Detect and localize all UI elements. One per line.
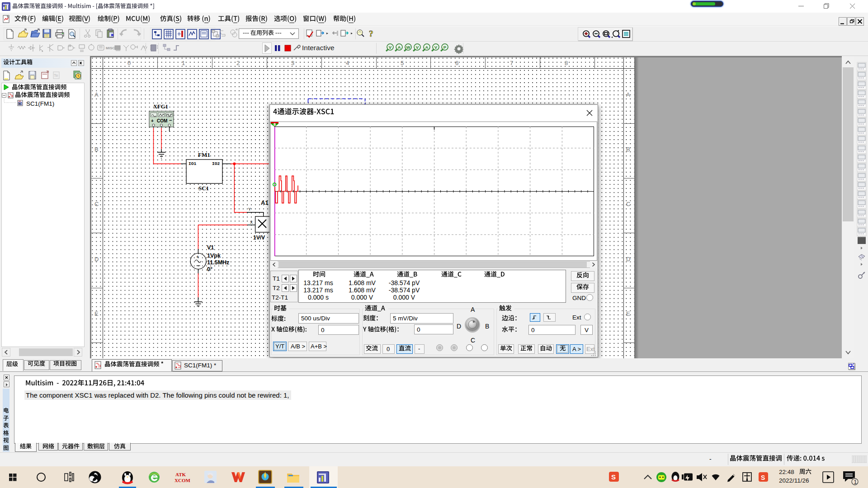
svg-text:1V/V: 1V/V [253, 235, 265, 241]
svg-text:COM: COM [157, 118, 167, 123]
svg-text:?: ? [369, 29, 373, 38]
svg-text:V: V [434, 45, 438, 50]
svg-text:S: S [611, 473, 616, 481]
svg-text:+: + [196, 254, 199, 259]
svg-text:W: W [406, 45, 410, 50]
svg-text:S: S [761, 474, 765, 481]
svg-text:A1: A1 [261, 199, 269, 206]
svg-text:1Vpk: 1Vpk [207, 253, 221, 259]
svg-text:0°: 0° [207, 266, 212, 272]
svg-text:ATK: ATK [175, 472, 186, 477]
svg-text:−: − [169, 117, 172, 123]
svg-text:SC1: SC1 [198, 185, 209, 192]
svg-text:Y: Y [248, 207, 251, 211]
svg-text:Te: Te [54, 73, 58, 78]
svg-text:XFG1: XFG1 [153, 103, 168, 110]
svg-text:P: P [443, 45, 447, 50]
svg-text:X: X [250, 220, 253, 225]
svg-text:11.5MHz: 11.5MHz [207, 259, 229, 266]
svg-text:MISC: MISC [106, 46, 115, 50]
svg-text:IO1: IO1 [189, 161, 196, 166]
svg-text:FM1: FM1 [198, 151, 210, 158]
svg-text:V: V [416, 45, 419, 50]
svg-text:1: 1 [274, 123, 276, 127]
svg-text:A: A [425, 45, 429, 50]
svg-text:XCOM: XCOM [175, 478, 190, 483]
svg-text:A: A [398, 45, 401, 50]
svg-text:+: + [151, 118, 154, 123]
svg-text:V: V [389, 45, 392, 50]
svg-text:V1: V1 [207, 244, 214, 251]
svg-text:1: 1 [854, 479, 857, 485]
svg-text:IO2: IO2 [212, 161, 220, 166]
